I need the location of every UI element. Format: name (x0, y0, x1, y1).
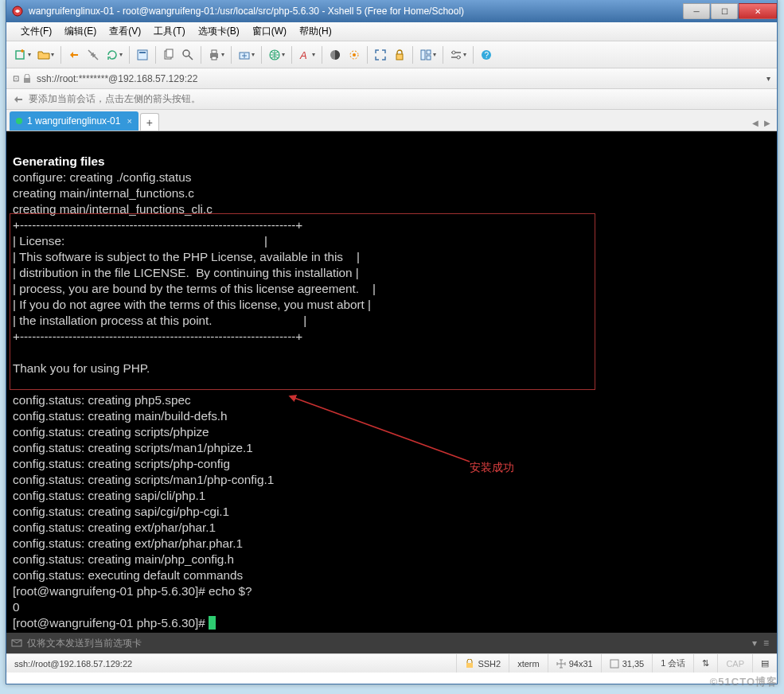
status-sessions: 1 会话 (653, 654, 694, 673)
status-size: 94x31 (548, 654, 602, 673)
svg-rect-9 (212, 57, 216, 60)
svg-rect-26 (24, 78, 30, 83)
addr-dropdown-button[interactable]: ▾ (759, 74, 777, 83)
globe-button[interactable]: ▾ (266, 45, 287, 64)
svg-rect-17 (421, 50, 425, 60)
maximize-button[interactable]: ☐ (711, 3, 738, 19)
close-button[interactable]: ✕ (739, 3, 777, 19)
new-session-button[interactable]: ▾ (12, 45, 33, 64)
send-menu-button[interactable]: ≡ (760, 636, 772, 650)
session-tab[interactable]: 1 wangruifenglinux-01 × (10, 111, 138, 131)
status-cap: CAP (718, 654, 753, 673)
highlight-button[interactable] (345, 45, 363, 64)
tab-nav[interactable]: ◀ ▶ (752, 119, 772, 127)
svg-rect-16 (396, 54, 403, 60)
hint-bar: 要添加当前会话，点击左侧的箭头按钮。 (6, 89, 777, 110)
menu-help[interactable]: 帮助(H) (293, 22, 338, 41)
menu-window[interactable]: 窗口(W) (246, 22, 293, 41)
svg-point-6 (183, 50, 189, 57)
status-term: xterm (509, 654, 548, 673)
fullscreen-button[interactable] (372, 45, 389, 64)
print-button[interactable]: ▾ (205, 45, 227, 64)
window-controls: ─ ☐ ✕ (682, 3, 777, 19)
tab-label: wangruifenglinux-01 (35, 115, 120, 127)
tab-bar: 1 wangruifenglinux-01 × + ◀ ▶ (6, 110, 777, 131)
tab-close-icon[interactable]: × (127, 116, 131, 126)
address-bar: ⊡ ▾ (6, 68, 777, 89)
tab-index: 1 (27, 115, 33, 127)
send-dropdown-button[interactable]: ▾ (749, 636, 760, 650)
disconnect-button[interactable] (84, 45, 102, 64)
color-button[interactable] (326, 45, 344, 64)
svg-rect-30 (610, 660, 618, 668)
titlebar: wangruifenglinux-01 - root@wangruifeng-0… (6, 0, 777, 22)
menu-file[interactable]: 文件(F) (14, 22, 58, 41)
new-tab-button[interactable]: + (140, 113, 159, 131)
svg-text:A: A (299, 49, 307, 61)
status-bar: ssh://root@192.168.57.129:22 SSH2 xterm … (6, 653, 777, 673)
svg-rect-8 (212, 50, 216, 53)
properties-button[interactable] (134, 45, 151, 64)
find-button[interactable] (179, 45, 197, 64)
menu-view[interactable]: 查看(V) (103, 22, 147, 41)
hint-icon (13, 94, 24, 105)
menubar: 文件(F) 编辑(E) 查看(V) 工具(T) 选项卡(B) 窗口(W) 帮助(… (6, 22, 777, 41)
svg-rect-19 (427, 56, 431, 60)
status-connection: ssh://root@192.168.57.129:22 (6, 654, 457, 673)
svg-rect-29 (466, 663, 473, 668)
hint-text: 要添加当前会话，点击左侧的箭头按钮。 (29, 92, 201, 106)
open-button[interactable]: ▾ (35, 45, 57, 64)
lock-button[interactable] (391, 45, 408, 64)
watermark: ©51CTO博客 (710, 675, 778, 689)
svg-rect-2 (138, 50, 147, 60)
svg-point-22 (452, 51, 455, 54)
options-button[interactable]: ▾ (447, 45, 469, 64)
status-dot-icon (16, 118, 22, 124)
send-bar: 仅将文本发送到当前选项卡 ▾ ≡ (6, 633, 777, 653)
font-button[interactable]: A▾ (296, 45, 318, 64)
menu-edit[interactable]: 编辑(E) (58, 22, 103, 41)
svg-rect-18 (427, 50, 431, 54)
svg-point-23 (457, 56, 460, 59)
menu-tabs[interactable]: 选项卡(B) (192, 22, 246, 41)
send-icon (11, 637, 22, 649)
layout-button[interactable]: ▾ (417, 45, 439, 64)
lock-icon (22, 74, 32, 84)
toolbar: ▾ ▾ ▾ ▾ ▾ ▾ A▾ ▾ ▾ ? (6, 41, 777, 68)
annotation-label: 安装成功 (470, 460, 514, 476)
svg-point-15 (353, 53, 356, 57)
terminal[interactable]: Generating filesconfigure: creating ./co… (6, 131, 777, 633)
status-up-icon: ⇅ (694, 654, 718, 673)
status-num-icon: ▤ (753, 654, 777, 673)
help-button[interactable]: ? (478, 45, 495, 64)
addr-dropdown-icon[interactable]: ⊡ (13, 74, 19, 83)
svg-rect-5 (166, 49, 173, 57)
minimize-button[interactable]: ─ (683, 3, 710, 19)
reconnect-button[interactable]: ▾ (103, 45, 125, 64)
ftp-button[interactable]: ▾ (236, 45, 257, 64)
app-icon (11, 5, 24, 18)
svg-rect-3 (139, 52, 146, 53)
status-pos: 31,35 (602, 654, 653, 673)
app-window: wangruifenglinux-01 - root@wangruifeng-0… (6, 0, 778, 684)
menu-tools[interactable]: 工具(T) (147, 22, 191, 41)
window-title: wangruifenglinux-01 - root@wangruifeng-0… (29, 6, 682, 17)
svg-text:?: ? (485, 51, 490, 60)
send-text: 仅将文本发送到当前选项卡 (27, 637, 142, 650)
status-protocol: SSH2 (457, 654, 509, 673)
connect-button[interactable] (65, 45, 83, 64)
copy-button[interactable] (160, 45, 177, 64)
address-input[interactable] (35, 72, 759, 86)
